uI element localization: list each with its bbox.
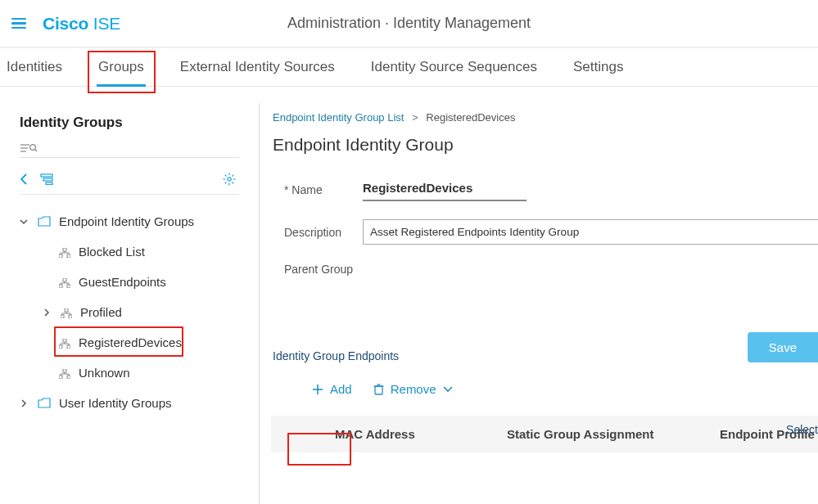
svg-rect-6 (43, 178, 52, 181)
svg-rect-5 (41, 174, 52, 177)
folder-icon (38, 398, 51, 408)
svg-rect-18 (59, 254, 62, 258)
description-label: Description (284, 226, 363, 239)
svg-rect-19 (67, 254, 70, 258)
sidebar-item-label: Profiled (80, 305, 122, 319)
remove-button-label: Remove (391, 382, 436, 396)
svg-point-3 (30, 145, 36, 151)
svg-rect-45 (63, 369, 66, 372)
svg-point-8 (228, 178, 231, 181)
group-node-icon (59, 278, 70, 288)
page-context-title: Administration · Identity Management (287, 15, 531, 32)
sidebar: Identity Groups (0, 87, 259, 504)
svg-line-16 (225, 182, 227, 184)
hamburger-menu[interactable] (11, 16, 26, 32)
th-mac-address[interactable]: MAC Address (335, 427, 507, 441)
gear-icon[interactable] (223, 173, 236, 186)
sidebar-title: Identity Groups (20, 115, 239, 131)
sidebar-item-user-identity-groups[interactable]: User Identity Groups (20, 388, 239, 418)
svg-rect-26 (67, 285, 70, 288)
search-filter-icon (20, 142, 38, 154)
brand-logo: Cisco ISE (43, 14, 120, 34)
chevron-left-icon[interactable] (20, 173, 28, 185)
svg-rect-24 (63, 278, 66, 281)
sidebar-item-guestendpoints[interactable]: GuestEndpoints (20, 267, 239, 297)
table-header: MAC Address Static Group Assignment Endp… (271, 416, 818, 452)
th-static-group[interactable]: Static Group Assignment (507, 427, 720, 441)
page-title: Endpoint Identity Group (271, 135, 818, 155)
add-button-label: Add (330, 382, 352, 396)
svg-line-14 (233, 182, 234, 184)
trash-icon (373, 383, 384, 395)
highlight-registered-row (54, 326, 183, 357)
breadcrumb-sep: > (412, 111, 418, 124)
sidebar-item-unknown[interactable]: Unknown (20, 358, 239, 388)
highlight-add-button (287, 433, 351, 466)
sidebar-item-endpoint-groups[interactable]: Endpoint Identity Groups (20, 206, 239, 236)
svg-rect-7 (46, 182, 52, 185)
sidebar-item-label: GuestEndpoints (79, 275, 166, 289)
sidebar-item-label: Unknown (79, 366, 130, 380)
tree-collapse-icon[interactable] (39, 173, 54, 185)
svg-rect-32 (61, 315, 64, 318)
sidebar-item-label: User Identity Groups (59, 396, 172, 410)
tab-identities[interactable]: Identities (5, 57, 64, 77)
parent-group-label: Parent Group (284, 263, 363, 276)
group-node-icon (59, 369, 70, 379)
description-input[interactable] (363, 219, 818, 245)
name-field[interactable]: RegisteredDevices (363, 178, 527, 201)
svg-rect-33 (69, 315, 72, 318)
svg-rect-17 (63, 248, 66, 251)
svg-rect-47 (67, 376, 70, 379)
breadcrumb-link[interactable]: Endpoint Identity Group List (273, 111, 404, 124)
tab-settings[interactable]: Settings (572, 57, 625, 77)
sidebar-item-profiled[interactable]: Profiled (20, 297, 239, 327)
section-title: Identity Group Endpoints (271, 349, 818, 362)
add-button[interactable]: Add (302, 377, 362, 401)
chevron-right-icon (20, 399, 28, 407)
svg-line-13 (225, 175, 227, 177)
chevron-right-icon (43, 308, 51, 317)
svg-rect-46 (59, 376, 62, 379)
svg-rect-54 (375, 386, 382, 394)
breadcrumb-current: RegisteredDevices (426, 111, 515, 124)
folder-icon (38, 216, 51, 227)
chevron-down-icon (20, 218, 28, 226)
tab-external-sources[interactable]: External Identity Sources (179, 57, 337, 77)
highlight-groups-tab (88, 51, 156, 93)
svg-rect-25 (59, 285, 62, 288)
group-node-icon (59, 248, 70, 258)
select-link[interactable]: Select (786, 423, 818, 436)
group-node-icon (61, 308, 72, 318)
chevron-down-icon (443, 386, 453, 393)
sidebar-item-blocked-list[interactable]: Blocked List (20, 236, 239, 267)
name-label: * Name (284, 183, 363, 196)
breadcrumb: Endpoint Identity Group List > Registere… (271, 111, 818, 124)
svg-rect-31 (65, 308, 68, 312)
remove-button[interactable]: Remove (373, 382, 453, 396)
svg-line-4 (35, 150, 38, 152)
sidebar-item-label: Endpoint Identity Groups (59, 214, 194, 228)
sidebar-item-label: Blocked List (79, 245, 145, 259)
tab-identity-sequences[interactable]: Identity Source Sequences (369, 57, 539, 77)
sidebar-search[interactable] (20, 142, 239, 158)
plus-icon (312, 384, 323, 395)
svg-line-15 (233, 175, 234, 177)
